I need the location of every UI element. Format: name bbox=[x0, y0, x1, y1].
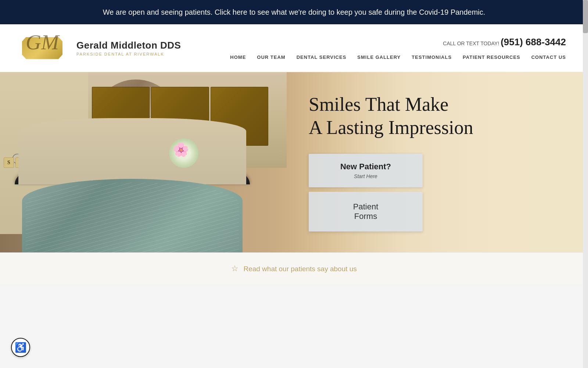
phone-label: CALL OR TEXT TODAY! bbox=[443, 40, 499, 46]
logo-emblem: GM bbox=[22, 32, 70, 65]
logo-text: Gerald Middleton DDS PARKSIDE DENTAL AT … bbox=[76, 40, 181, 56]
accessibility-button[interactable]: ♿ bbox=[11, 338, 30, 357]
star-icon: ☆ bbox=[231, 264, 239, 273]
nav-testimonials[interactable]: TESTIMONIALS bbox=[412, 54, 452, 60]
nav-home[interactable]: HOME bbox=[230, 54, 246, 60]
new-patient-sublabel: Start Here bbox=[320, 173, 412, 179]
hero-headline-line2: A Lasting Impression bbox=[309, 117, 473, 138]
flower-arrangement bbox=[169, 138, 198, 168]
reception-desk bbox=[0, 127, 287, 252]
new-patient-label: New Patient? bbox=[340, 162, 391, 171]
scrollbar[interactable] bbox=[583, 0, 588, 368]
practice-subtitle: PARKSIDE DENTAL AT RIVERWALK bbox=[76, 52, 181, 56]
accessibility-icon: ♿ bbox=[15, 342, 26, 353]
review-link[interactable]: ☆ Read what our patients say about us bbox=[231, 265, 357, 273]
hero-headline-line1: Smiles That Make bbox=[309, 94, 448, 115]
header-right: CALL OR TEXT TODAY! (951) 688-3442 HOME … bbox=[230, 36, 566, 60]
nav-smile-gallery[interactable]: SMILE GALLERY bbox=[357, 54, 401, 60]
review-bar: ☆ Read what our patients say about us bbox=[0, 252, 588, 284]
patient-forms-button[interactable]: PatientForms bbox=[309, 192, 423, 231]
phone-number[interactable]: (951) 688-3442 bbox=[501, 36, 566, 47]
nav-patient-resources[interactable]: PATIENT RESOURCES bbox=[463, 54, 520, 60]
hero-office-image: 🚲 S M I L E bbox=[0, 72, 287, 252]
covid-banner-text: We are open and seeing patients. Click h… bbox=[103, 8, 485, 16]
nav-contact-us[interactable]: CONTACT US bbox=[531, 54, 566, 60]
covid-banner[interactable]: We are open and seeing patients. Click h… bbox=[0, 0, 588, 24]
practice-name: Gerald Middleton DDS bbox=[76, 40, 181, 51]
main-nav: HOME OUR TEAM DENTAL SERVICES SMILE GALL… bbox=[230, 54, 566, 60]
cta-buttons: New Patient? Start Here PatientForms bbox=[309, 154, 423, 231]
hero-section: 🚲 S M I L E Smiles That Make A Lasting I… bbox=[0, 72, 588, 252]
logo[interactable]: GM Gerald Middleton DDS PARKSIDE DENTAL … bbox=[22, 32, 181, 65]
review-text: Read what our patients say about us bbox=[243, 265, 356, 273]
phone-area: CALL OR TEXT TODAY! (951) 688-3442 bbox=[443, 36, 566, 48]
flowers-decoration bbox=[169, 138, 213, 175]
nav-dental-services[interactable]: DENTAL SERVICES bbox=[297, 54, 347, 60]
new-patient-button[interactable]: New Patient? Start Here bbox=[309, 154, 423, 187]
scrollbar-thumb[interactable] bbox=[583, 0, 588, 33]
nav-our-team[interactable]: OUR TEAM bbox=[257, 54, 285, 60]
hero-content: Smiles That Make A Lasting Impression Ne… bbox=[287, 72, 588, 252]
hero-headline: Smiles That Make A Lasting Impression bbox=[309, 93, 566, 139]
desk-base bbox=[22, 179, 243, 252]
site-header: GM Gerald Middleton DDS PARKSIDE DENTAL … bbox=[0, 24, 588, 72]
